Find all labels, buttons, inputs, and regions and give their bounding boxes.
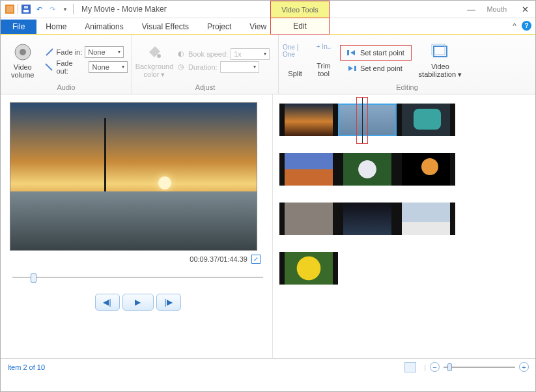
- group-label-adjust: Adjust: [136, 83, 274, 92]
- paint-bucket-icon: [145, 42, 164, 61]
- clip-8[interactable]: [338, 203, 397, 235]
- svg-point-7: [157, 54, 161, 58]
- book-speed-select[interactable]: 1x: [231, 48, 270, 60]
- window-title: My Movie - Movie Maker: [81, 5, 167, 14]
- speed-icon: ◐: [176, 49, 186, 59]
- fade-in-row: Fade in: None: [45, 46, 128, 58]
- fade-in-icon: [45, 48, 54, 57]
- speaker-icon: [13, 42, 33, 62]
- background-color-button[interactable]: Background color ▾: [136, 42, 173, 79]
- playback-controls: ◀| ▶ |▶: [10, 294, 266, 311]
- next-frame-button[interactable]: |▶: [156, 294, 181, 311]
- zoom-controls: | − +: [404, 362, 529, 372]
- clip-1[interactable]: [279, 104, 338, 136]
- status-item-count: Item 2 of 10: [7, 363, 45, 371]
- clip-7[interactable]: [279, 203, 338, 235]
- save-icon[interactable]: [21, 4, 31, 14]
- duration-row: ◷ Duration:: [176, 61, 270, 73]
- fade-out-row: Fade out: None: [45, 59, 128, 75]
- close-button[interactable]: ✕: [518, 3, 531, 15]
- clip-2-selected[interactable]: [338, 104, 397, 136]
- clip-9[interactable]: [397, 203, 455, 235]
- tab-home[interactable]: Home: [36, 20, 76, 34]
- fullscreen-icon[interactable]: ⤢: [251, 255, 261, 264]
- set-end-point-button[interactable]: Set end point: [340, 61, 412, 76]
- svg-rect-1: [7, 6, 13, 12]
- clock-icon: ◷: [176, 63, 186, 72]
- video-volume-button[interactable]: Video volume: [5, 42, 41, 79]
- set-start-point-button[interactable]: Set start point: [340, 45, 412, 61]
- zoom-out-button[interactable]: −: [430, 362, 440, 372]
- seek-thumb[interactable]: [31, 273, 36, 283]
- tab-file[interactable]: File: [1, 20, 36, 34]
- minimize-button[interactable]: —: [464, 3, 477, 15]
- collapse-ribbon-icon[interactable]: ^: [513, 21, 516, 31]
- svg-rect-8: [347, 50, 349, 55]
- ribbon: Video volume Fade in: None Fade out: Non…: [1, 35, 535, 94]
- prev-frame-button[interactable]: ◀|: [95, 294, 120, 311]
- fade-out-select[interactable]: None: [89, 61, 128, 73]
- svg-rect-4: [24, 6, 28, 8]
- end-point-icon: [347, 64, 356, 72]
- play-button[interactable]: ▶: [122, 294, 154, 311]
- preview-pane: 00:09.37/01:44.39 ⤢ ◀| ▶ |▶: [1, 94, 273, 358]
- split-button[interactable]: One | One Split: [283, 44, 307, 77]
- video-stabilization-button[interactable]: Video stabilization ▾: [416, 42, 465, 79]
- redo-icon[interactable]: ↷: [47, 4, 57, 14]
- tab-visual-effects[interactable]: Visual Effects: [133, 20, 198, 34]
- clip-5[interactable]: [338, 153, 397, 186]
- svg-rect-3: [23, 10, 29, 12]
- start-point-icon: [347, 49, 356, 57]
- preview-video[interactable]: [10, 102, 257, 251]
- zoom-slider[interactable]: [444, 367, 515, 368]
- qat-dropdown-icon[interactable]: ▼: [60, 4, 70, 14]
- tab-animations[interactable]: Animations: [76, 20, 132, 34]
- stabilization-icon: [430, 42, 450, 61]
- main-area: 00:09.37/01:44.39 ⤢ ◀| ▶ |▶: [1, 94, 535, 358]
- duration-select[interactable]: [220, 61, 259, 73]
- group-label-audio: Audio: [5, 83, 128, 92]
- tab-project[interactable]: Project: [198, 20, 240, 34]
- fade-in-select[interactable]: None: [85, 46, 124, 58]
- fade-out-icon: [45, 63, 54, 72]
- tab-edit[interactable]: Edit: [270, 18, 330, 35]
- ribbon-tabs: File Home Animations Visual Effects Proj…: [1, 18, 535, 35]
- status-bar: Item 2 of 10 | − +: [1, 358, 535, 375]
- svg-point-6: [20, 49, 26, 55]
- context-tab-video-tools: Video Tools: [270, 1, 330, 18]
- timecode: 00:09.37/01:44.39: [190, 255, 247, 263]
- view-toggle-button[interactable]: [404, 362, 416, 372]
- mouth-label: Mouth: [487, 5, 507, 13]
- zoom-in-button[interactable]: +: [519, 362, 529, 372]
- svg-rect-9: [354, 66, 356, 71]
- trim-tool-button[interactable]: + In.. Trim tool: [311, 43, 336, 77]
- timeline-pane[interactable]: [273, 94, 535, 358]
- title-bar: ↶ ↷ ▼ My Movie - Movie Maker Video Tools…: [1, 1, 535, 18]
- book-speed-row: ◐ Book speed: 1x: [176, 48, 270, 60]
- clip-3[interactable]: [397, 104, 455, 136]
- clip-6[interactable]: [397, 153, 455, 186]
- group-label-editing: Editing: [283, 83, 531, 92]
- quick-access-toolbar: ↶ ↷ ▼: [1, 4, 78, 14]
- clip-4[interactable]: [279, 153, 338, 186]
- seek-bar[interactable]: [12, 273, 263, 282]
- app-icon: [5, 4, 15, 14]
- help-icon[interactable]: ?: [522, 21, 531, 31]
- undo-icon[interactable]: ↶: [34, 4, 44, 14]
- clip-10[interactable]: [279, 252, 338, 285]
